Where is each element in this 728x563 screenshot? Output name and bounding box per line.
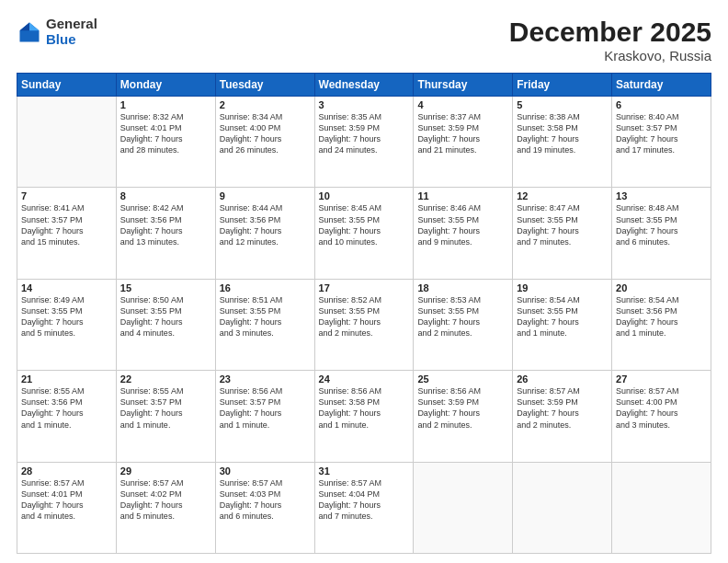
day-number: 14: [21, 282, 112, 293]
day-info: Sunrise: 8:35 AMSunset: 3:59 PMDaylight:…: [319, 111, 410, 156]
day-number: 9: [220, 190, 311, 201]
calendar-cell: 30Sunrise: 8:57 AMSunset: 4:03 PMDayligh…: [215, 462, 314, 553]
logo: General Blue: [17, 17, 97, 47]
svg-marker-2: [20, 22, 30, 30]
day-number: 17: [319, 282, 410, 293]
day-number: 21: [21, 373, 112, 385]
header: General Blue December 2025 Kraskovo, Rus…: [17, 17, 711, 63]
calendar-row-2: 14Sunrise: 8:49 AMSunset: 3:55 PMDayligh…: [17, 279, 711, 370]
calendar-cell: 19Sunrise: 8:54 AMSunset: 3:55 PMDayligh…: [513, 279, 612, 370]
calendar-cell: [414, 462, 513, 553]
calendar-cell: 21Sunrise: 8:55 AMSunset: 3:56 PMDayligh…: [17, 371, 117, 462]
calendar-cell: [612, 462, 711, 553]
calendar-cell: 31Sunrise: 8:57 AMSunset: 4:04 PMDayligh…: [314, 462, 414, 553]
calendar-cell: 13Sunrise: 8:48 AMSunset: 3:55 PMDayligh…: [612, 188, 711, 279]
calendar-row-4: 28Sunrise: 8:57 AMSunset: 4:01 PMDayligh…: [17, 462, 711, 553]
day-number: 5: [517, 99, 608, 110]
day-info: Sunrise: 8:56 AMSunset: 3:57 PMDaylight:…: [220, 385, 311, 431]
calendar-cell: 9Sunrise: 8:44 AMSunset: 3:56 PMDaylight…: [215, 188, 314, 279]
day-number: 27: [616, 373, 707, 385]
day-info: Sunrise: 8:54 AMSunset: 3:56 PMDaylight:…: [616, 294, 707, 339]
day-info: Sunrise: 8:53 AMSunset: 3:55 PMDaylight:…: [417, 294, 508, 339]
calendar-cell: 26Sunrise: 8:57 AMSunset: 3:59 PMDayligh…: [513, 371, 612, 462]
day-number: 25: [417, 373, 508, 385]
day-info: Sunrise: 8:55 AMSunset: 3:57 PMDaylight:…: [120, 385, 211, 431]
col-saturday: Saturday: [612, 74, 711, 97]
page: General Blue December 2025 Kraskovo, Rus…: [0, 0, 728, 563]
day-info: Sunrise: 8:51 AMSunset: 3:55 PMDaylight:…: [220, 294, 311, 339]
day-number: 16: [220, 282, 311, 293]
col-friday: Friday: [513, 74, 612, 97]
day-number: 31: [319, 465, 410, 477]
day-number: 19: [517, 282, 608, 293]
day-info: Sunrise: 8:54 AMSunset: 3:55 PMDaylight:…: [517, 294, 608, 339]
day-number: 3: [319, 99, 410, 110]
day-number: 30: [220, 465, 311, 477]
col-wednesday: Wednesday: [314, 74, 414, 97]
calendar-cell: 11Sunrise: 8:46 AMSunset: 3:55 PMDayligh…: [414, 188, 513, 279]
day-number: 10: [319, 190, 410, 201]
calendar-cell: 17Sunrise: 8:52 AMSunset: 3:55 PMDayligh…: [314, 279, 414, 370]
title-block: December 2025 Kraskovo, Russia: [509, 17, 711, 63]
day-info: Sunrise: 8:57 AMSunset: 4:02 PMDaylight:…: [120, 477, 211, 523]
day-info: Sunrise: 8:44 AMSunset: 3:56 PMDaylight:…: [220, 202, 311, 247]
day-info: Sunrise: 8:55 AMSunset: 3:56 PMDaylight:…: [21, 385, 112, 431]
day-info: Sunrise: 8:38 AMSunset: 3:58 PMDaylight:…: [517, 111, 608, 156]
calendar-cell: 5Sunrise: 8:38 AMSunset: 3:58 PMDaylight…: [513, 97, 612, 188]
day-info: Sunrise: 8:56 AMSunset: 3:58 PMDaylight:…: [319, 385, 410, 431]
calendar-cell: [513, 462, 612, 553]
logo-text: General Blue: [46, 17, 97, 47]
day-number: 13: [616, 190, 707, 201]
day-info: Sunrise: 8:46 AMSunset: 3:55 PMDaylight:…: [417, 202, 508, 247]
day-info: Sunrise: 8:42 AMSunset: 3:56 PMDaylight:…: [120, 202, 211, 247]
day-number: 28: [21, 465, 112, 477]
col-tuesday: Tuesday: [215, 74, 314, 97]
day-info: Sunrise: 8:48 AMSunset: 3:55 PMDaylight:…: [616, 202, 707, 247]
calendar-cell: 27Sunrise: 8:57 AMSunset: 4:00 PMDayligh…: [612, 371, 711, 462]
day-info: Sunrise: 8:47 AMSunset: 3:55 PMDaylight:…: [517, 202, 608, 247]
day-number: 4: [417, 99, 508, 110]
day-number: 11: [417, 190, 508, 201]
col-sunday: Sunday: [17, 74, 117, 97]
day-info: Sunrise: 8:45 AMSunset: 3:55 PMDaylight:…: [319, 202, 410, 247]
day-number: 15: [120, 282, 211, 293]
calendar-cell: 2Sunrise: 8:34 AMSunset: 4:00 PMDaylight…: [215, 97, 314, 188]
day-number: 29: [120, 465, 211, 477]
day-number: 12: [517, 190, 608, 201]
calendar-cell: 20Sunrise: 8:54 AMSunset: 3:56 PMDayligh…: [612, 279, 711, 370]
logo-general-text: General: [46, 17, 97, 32]
col-thursday: Thursday: [414, 74, 513, 97]
calendar-cell: 12Sunrise: 8:47 AMSunset: 3:55 PMDayligh…: [513, 188, 612, 279]
svg-marker-1: [29, 22, 40, 30]
calendar-cell: 18Sunrise: 8:53 AMSunset: 3:55 PMDayligh…: [414, 279, 513, 370]
day-number: 6: [616, 99, 707, 110]
calendar-row-0: 1Sunrise: 8:32 AMSunset: 4:01 PMDaylight…: [17, 97, 711, 188]
day-number: 23: [220, 373, 311, 385]
calendar-header-row: Sunday Monday Tuesday Wednesday Thursday…: [17, 74, 711, 97]
calendar-cell: 29Sunrise: 8:57 AMSunset: 4:02 PMDayligh…: [116, 462, 215, 553]
calendar-cell: [17, 97, 117, 188]
day-number: 20: [616, 282, 707, 293]
day-info: Sunrise: 8:52 AMSunset: 3:55 PMDaylight:…: [319, 294, 410, 339]
day-number: 7: [21, 190, 112, 201]
calendar-cell: 8Sunrise: 8:42 AMSunset: 3:56 PMDaylight…: [116, 188, 215, 279]
location: Kraskovo, Russia: [509, 48, 711, 63]
calendar-cell: 7Sunrise: 8:41 AMSunset: 3:57 PMDaylight…: [17, 188, 117, 279]
day-info: Sunrise: 8:34 AMSunset: 4:00 PMDaylight:…: [220, 111, 311, 156]
day-number: 26: [517, 373, 608, 385]
day-info: Sunrise: 8:32 AMSunset: 4:01 PMDaylight:…: [120, 111, 211, 156]
calendar-cell: 16Sunrise: 8:51 AMSunset: 3:55 PMDayligh…: [215, 279, 314, 370]
calendar-cell: 3Sunrise: 8:35 AMSunset: 3:59 PMDaylight…: [314, 97, 414, 188]
day-info: Sunrise: 8:57 AMSunset: 4:04 PMDaylight:…: [319, 477, 410, 523]
day-number: 22: [120, 373, 211, 385]
calendar-cell: 23Sunrise: 8:56 AMSunset: 3:57 PMDayligh…: [215, 371, 314, 462]
calendar-cell: 1Sunrise: 8:32 AMSunset: 4:01 PMDaylight…: [116, 97, 215, 188]
day-info: Sunrise: 8:56 AMSunset: 3:59 PMDaylight:…: [417, 385, 508, 431]
calendar-cell: 4Sunrise: 8:37 AMSunset: 3:59 PMDaylight…: [414, 97, 513, 188]
day-info: Sunrise: 8:50 AMSunset: 3:55 PMDaylight:…: [120, 294, 211, 339]
day-number: 1: [120, 99, 211, 110]
calendar-cell: 24Sunrise: 8:56 AMSunset: 3:58 PMDayligh…: [314, 371, 414, 462]
day-info: Sunrise: 8:41 AMSunset: 3:57 PMDaylight:…: [21, 202, 112, 247]
calendar-cell: 10Sunrise: 8:45 AMSunset: 3:55 PMDayligh…: [314, 188, 414, 279]
day-info: Sunrise: 8:49 AMSunset: 3:55 PMDaylight:…: [21, 294, 112, 339]
